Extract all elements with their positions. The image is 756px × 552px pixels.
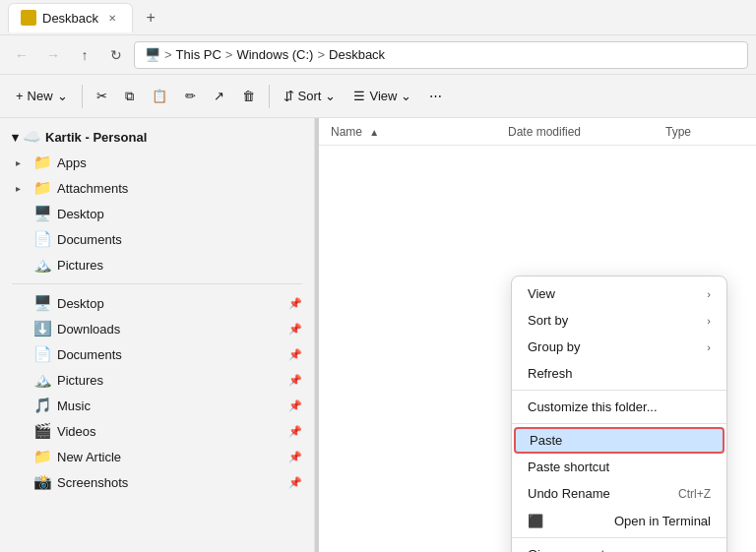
copy-button[interactable]: ⧉ [117,84,142,109]
menu-sortby-label: Sort by [528,313,568,328]
breadcrumb[interactable]: 🖥️ > This PC > Windows (C:) > Deskback [134,41,748,69]
music-icon: 🎵 [33,397,51,414]
sidebar: ▾ ☁️ Kartik - Personal ▸ 📁 Apps ▸ 📁 Atta… [0,118,315,552]
sidebar-item-screenshots[interactable]: 📸 Screenshots 📌 [4,469,310,495]
screenshots-label: Screenshots [57,475,128,490]
screenshots-expand [16,477,28,488]
sidebar-item-attachments[interactable]: ▸ 📁 Attachments [4,175,310,201]
sidebar-item-downloads[interactable]: ⬇️ Downloads 📌 [4,316,310,341]
delete-icon: 🗑 [242,89,255,103]
menu-paste-label: Paste [530,433,562,448]
sidebar-item-pictures[interactable]: 🏔️ Pictures [4,252,310,277]
tab-close-button[interactable]: ✕ [104,11,120,26]
toolbar: + New ⌄ ✂ ⧉ 📋 ✏ ↗ 🗑 ⇵ Sort ⌄ ☰ View ⌄ ⋯ [0,75,756,118]
cloud-icon: ☁️ [23,128,41,146]
sidebar-item-desktop[interactable]: 🖥️ Desktop [4,201,310,226]
pictures2-pin-icon: 📌 [288,374,302,387]
more-button[interactable]: ⋯ [421,84,450,108]
sidebar-cloud-header[interactable]: ▾ ☁️ Kartik - Personal [4,124,310,150]
newarticle-pin-icon: 📌 [288,451,302,463]
share-button[interactable]: ↗ [206,84,232,108]
attachments-expand: ▸ [16,183,28,194]
computer-icon: 🖥️ [145,47,160,62]
delete-button[interactable]: 🗑 [234,84,263,108]
menu-item-paste[interactable]: Paste [514,427,724,454]
terminal-icon: ⬛ [528,513,543,528]
sidebar-item-pictures2[interactable]: 🏔️ Pictures 📌 [4,367,310,393]
menu-customize-label: Customize this folder... [528,399,658,414]
screenshots-pin-icon: 📌 [288,476,302,489]
tab-title: Deskback [42,11,98,26]
attachments-folder-icon: 📁 [33,179,51,197]
breadcrumb-thispc: This PC [176,47,221,62]
content-area: Name ▲ Date modified Type View › Sort by… [319,118,756,552]
music-pin-icon: 📌 [288,399,302,412]
up-button[interactable]: ↑ [71,41,98,69]
cut-icon: ✂ [96,89,107,103]
new-button[interactable]: + New ⌄ [8,84,76,108]
view-submenu-arrow: › [707,288,711,300]
menu-item-terminal[interactable]: ⬛ Open in Terminal [512,507,726,534]
menu-item-undo-rename[interactable]: Undo Rename Ctrl+Z [512,480,726,507]
apps-label: Apps [57,155,87,170]
separator-1 [82,85,83,108]
view-chevron: ⌄ [401,89,411,103]
menu-item-customize[interactable]: Customize this folder... [512,394,726,420]
col-type-header[interactable]: Type [665,125,744,139]
rename-button[interactable]: ✏ [177,84,204,108]
back-button[interactable]: ← [8,41,35,69]
sidebar-item-newarticle[interactable]: 📁 New Article 📌 [4,444,310,469]
active-tab[interactable]: Deskback ✕ [8,3,133,32]
menu-item-give-access[interactable]: Give access to › [512,541,726,552]
new-icon: + [16,89,24,103]
breadcrumb-deskback: Deskback [329,47,385,62]
paste-icon: 📋 [152,89,167,103]
newarticle-label: New Article [57,450,121,464]
more-icon: ⋯ [429,89,442,103]
cloud-expand-arrow: ▾ [12,130,19,145]
downloads-expand [16,324,28,335]
cut-button[interactable]: ✂ [89,84,115,108]
menu-item-sortby[interactable]: Sort by › [512,307,726,334]
content-header: Name ▲ Date modified Type [319,118,756,146]
paste-button[interactable]: 📋 [144,84,175,108]
forward-button[interactable]: → [39,41,67,69]
sort-button[interactable]: ⇵ Sort ⌄ [276,84,345,108]
sidebar-section-cloud: ▾ ☁️ Kartik - Personal ▸ 📁 Apps ▸ 📁 Atta… [0,122,314,279]
col-date-header[interactable]: Date modified [508,125,665,139]
separator-2 [269,85,270,108]
view-button[interactable]: ☰ View ⌄ [346,84,419,108]
refresh-button[interactable]: ↻ [102,41,130,69]
sidebar-item-desktop2[interactable]: 🖥️ Desktop 📌 [4,290,310,316]
menu-undo-rename-label: Undo Rename [528,486,610,501]
pictures-expand [16,260,28,271]
sidebar-item-music[interactable]: 🎵 Music 📌 [4,393,310,418]
desktop-label: Desktop [57,207,104,221]
downloads-label: Downloads [57,322,120,337]
menu-view-label: View [528,286,555,301]
screenshots-icon: 📸 [33,473,51,491]
menu-item-refresh[interactable]: Refresh [512,360,726,387]
pictures2-icon: 🏔️ [33,371,51,389]
sort-chevron: ⌄ [325,89,336,103]
new-chevron: ⌄ [57,89,68,103]
copy-icon: ⧉ [125,89,134,104]
sidebar-item-videos[interactable]: 🎬 Videos 📌 [4,418,310,444]
breadcrumb-windows: Windows (C:) [236,47,313,62]
menu-item-paste-shortcut[interactable]: Paste shortcut [512,454,726,480]
documents-icon: 📄 [33,230,51,248]
sidebar-divider-1 [12,283,302,284]
col-name-header[interactable]: Name ▲ [331,125,508,139]
music-expand [16,400,28,411]
menu-item-groupby[interactable]: Group by › [512,334,726,360]
documents2-label: Documents [57,347,122,362]
sidebar-item-documents[interactable]: 📄 Documents [4,226,310,252]
main-layout: ▾ ☁️ Kartik - Personal ▸ 📁 Apps ▸ 📁 Atta… [0,118,756,552]
menu-item-view[interactable]: View › [512,280,726,307]
sidebar-item-documents2[interactable]: 📄 Documents 📌 [4,341,310,367]
menu-groupby-label: Group by [528,339,580,354]
sidebar-item-apps[interactable]: ▸ 📁 Apps [4,150,310,175]
desktop2-pin-icon: 📌 [288,297,302,310]
new-tab-button[interactable]: + [137,4,164,31]
documents2-expand [16,349,28,360]
